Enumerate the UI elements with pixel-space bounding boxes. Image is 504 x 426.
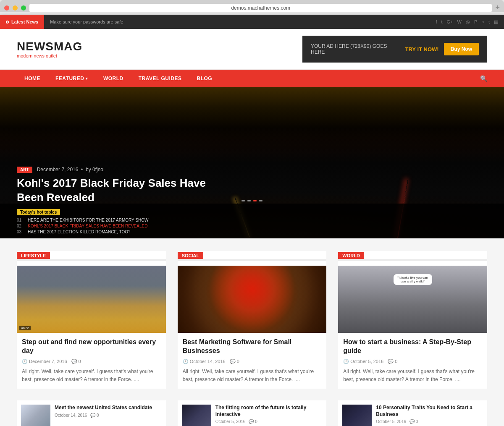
world-article-meta: 🕐 October 5, 2016 💬 0 xyxy=(338,359,487,364)
logo-tagline-pre: modern news xyxy=(17,53,46,58)
top-bar-message: Make sure your passwords are safe xyxy=(44,19,436,24)
lifestyle-excerpt: All right. Well, take care yourself. I g… xyxy=(17,368,166,389)
browser-close-dot[interactable] xyxy=(4,5,9,10)
ad-banner: YOUR AD HERE (728X90) GOES HERE TRY IT N… xyxy=(302,36,487,63)
social-category-tag[interactable]: Social xyxy=(178,252,204,259)
browser-frame: demos.machathemes.com + xyxy=(0,0,504,12)
nav-world[interactable]: WORLD xyxy=(96,70,131,87)
search-icon[interactable]: 🔍 xyxy=(480,75,487,82)
hot-topic-text-3: Has the 2017 election killed romance, to… xyxy=(28,230,131,234)
social-category-bar: Social xyxy=(178,251,327,261)
social-tumblr-icon[interactable]: t xyxy=(488,19,490,24)
small-1-comments: 💬 0 xyxy=(90,413,99,418)
browser-maximize-dot[interactable] xyxy=(21,5,26,10)
article-card-lifestyle: Lifestyle Step out and find new opportun… xyxy=(17,251,166,389)
social-stumble-icon[interactable]: ◎ xyxy=(466,19,470,25)
social-wordpress-icon[interactable]: W xyxy=(457,19,462,24)
small-article-3: 10 Personality Traits You Need to Start … xyxy=(338,400,487,426)
lifestyle-comments: 💬 0 xyxy=(71,359,81,364)
lifestyle-article-title[interactable]: Step out and find new opportunities ever… xyxy=(17,338,166,355)
new-tab-button[interactable]: + xyxy=(495,3,500,12)
social-pinterest-icon[interactable]: P xyxy=(474,19,477,24)
lifestyle-article-meta: 🕐 December 7, 2016 💬 0 xyxy=(17,359,166,364)
hot-topic-2[interactable]: 02 Kohl's 2017 Black Friday Sales Have B… xyxy=(17,224,487,228)
hero-meta: December 7, 2016 • by 0fjno xyxy=(34,167,103,172)
article-card-world: World How to start a business: A Step-By… xyxy=(338,251,487,389)
social-excerpt: All right. Well, take care yourself. I g… xyxy=(178,368,327,389)
social-google-icon[interactable]: G+ xyxy=(447,19,453,24)
social-article-meta: 🕐 October 14, 2016 💬 0 xyxy=(178,359,327,364)
nav-home[interactable]: HOME xyxy=(17,70,48,87)
ad-banner-text: YOUR AD HERE (728X90) GOES HERE xyxy=(311,43,400,55)
small-article-1-title[interactable]: Meet the newest United States candidate xyxy=(55,405,162,411)
clock-icon: 🕐 xyxy=(183,359,189,364)
small-article-2-image[interactable] xyxy=(182,405,211,426)
world-category-tag[interactable]: World xyxy=(338,252,364,259)
hero-category-badge: ART xyxy=(17,167,32,173)
social-facebook-icon[interactable]: f xyxy=(436,19,437,24)
world-date: 🕐 October 5, 2016 xyxy=(343,359,383,364)
lifestyle-image[interactable] xyxy=(17,266,166,333)
small-article-2-title[interactable]: The fitting room of the future is totall… xyxy=(215,405,323,418)
social-image[interactable] xyxy=(178,266,327,333)
small-article-3-content: 10 Personality Traits You Need to Start … xyxy=(376,405,483,424)
hot-topic-num-1: 01 xyxy=(17,218,24,222)
social-twitter-icon[interactable]: t xyxy=(441,19,443,24)
ad-try-text: TRY IT NOW! xyxy=(405,46,438,52)
nav-items: HOME FEATURED ▾ WORLD TRAVEL GUIDES BLOG xyxy=(17,70,480,87)
small-1-date: October 14, 2016 xyxy=(55,413,87,418)
social-icons: f t G+ W ◎ P ○ t ▦ xyxy=(436,19,504,25)
hero-tag: ART December 7, 2016 • by 0fjno xyxy=(17,165,487,176)
latest-dot-icon xyxy=(6,21,9,24)
nav-featured[interactable]: FEATURED ▾ xyxy=(48,70,96,87)
small-article-2: The fitting room of the future is totall… xyxy=(178,400,327,426)
social-date: 🕐 October 14, 2016 xyxy=(183,359,226,364)
address-bar[interactable]: demos.machathemes.com xyxy=(29,4,492,12)
world-category-bar: World xyxy=(338,251,487,261)
small-article-1-image[interactable] xyxy=(21,405,50,426)
hot-topic-num-2: 02 xyxy=(17,224,24,228)
small-articles-grid: Meet the newest United States candidate … xyxy=(17,400,487,426)
comment-icon: 💬 xyxy=(230,359,236,364)
small-2-date: October 5, 2016 xyxy=(215,419,246,424)
social-article-title[interactable]: Best Marketing Software for Small Busine… xyxy=(178,338,327,355)
small-3-date: October 5, 2016 xyxy=(376,419,406,424)
hot-topic-num-3: 03 xyxy=(17,230,24,234)
main-content: Lifestyle Step out and find new opportun… xyxy=(0,238,504,426)
site-header: NEWSMAG modern news outlet YOUR AD HERE … xyxy=(0,29,504,70)
article-card-social: Social Best Marketing Software for Small… xyxy=(178,251,327,389)
social-comments: 💬 0 xyxy=(230,359,239,364)
hot-topic-text-2: Kohl's 2017 Black Friday Sales Have Been… xyxy=(28,224,147,228)
small-article-3-title[interactable]: 10 Personality Traits You Need to Start … xyxy=(376,405,483,418)
ad-buy-button[interactable]: Buy Now xyxy=(444,43,479,55)
world-image[interactable] xyxy=(338,266,487,333)
lifestyle-category-tag[interactable]: Lifestyle xyxy=(17,252,50,259)
url-text: demos.machathemes.com xyxy=(231,5,290,11)
comment-icon: 💬 xyxy=(71,359,77,364)
small-article-3-image[interactable] xyxy=(342,405,372,426)
hero-section: ART December 7, 2016 • by 0fjno Kohl's 2… xyxy=(0,87,504,238)
small-3-comments: 💬 0 xyxy=(410,419,418,424)
small-article-2-meta: October 5, 2016 💬 0 xyxy=(215,419,323,424)
hero-title[interactable]: Kohl's 2017 Black Friday Sales Have Been… xyxy=(17,176,227,205)
browser-minimize-dot[interactable] xyxy=(13,5,18,10)
hot-topics-label: Today's hot topics xyxy=(17,209,60,215)
latest-news-label: Latest News xyxy=(11,19,38,24)
social-extra-icon[interactable]: ▦ xyxy=(494,19,498,25)
hero-trees-decoration xyxy=(0,87,504,155)
latest-news-badge: Latest News xyxy=(0,15,44,29)
social-github-icon[interactable]: ○ xyxy=(481,19,484,24)
hot-topics-bar: Today's hot topics 01 HERE ARE THE EXHIB… xyxy=(0,204,504,238)
world-article-title[interactable]: How to start a business: A Step-By-Step … xyxy=(338,338,487,355)
hero-author: 0fjno xyxy=(92,167,103,172)
world-comments: 💬 0 xyxy=(388,359,397,364)
nav-blog[interactable]: BLOG xyxy=(189,70,220,87)
hot-topic-3[interactable]: 03 Has the 2017 election killed romance,… xyxy=(17,230,487,234)
clock-icon: 🕐 xyxy=(343,359,349,364)
hero-overlay: ART December 7, 2016 • by 0fjno Kohl's 2… xyxy=(17,165,487,205)
hot-topic-1[interactable]: 01 HERE ARE THE EXHIBITORS FOR THE 2017 … xyxy=(17,218,487,222)
site-logo[interactable]: NEWSMAG modern news outlet xyxy=(17,40,82,58)
nav-travel[interactable]: TRAVEL GUIDES xyxy=(131,70,189,87)
comment-icon: 💬 xyxy=(388,359,394,364)
hero-date: December 7, 2016 xyxy=(37,167,79,172)
